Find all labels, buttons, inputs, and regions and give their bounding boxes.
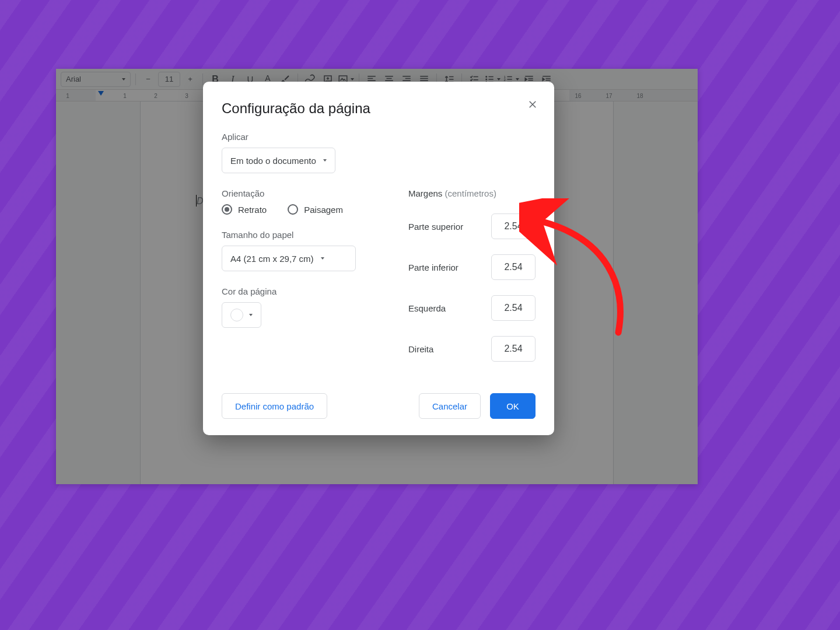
paper-size-value: A4 (21 cm x 29,7 cm) [230, 254, 314, 264]
margin-right-input[interactable] [491, 336, 536, 362]
paper-size-label: Tamanho do papel [222, 230, 385, 240]
apply-to-label: Aplicar [222, 132, 536, 142]
margin-top-label: Parte superior [408, 222, 463, 232]
orientation-label: Orientação [222, 188, 385, 198]
margins-label: Margens [408, 188, 442, 198]
page-color-picker[interactable] [222, 302, 261, 328]
margin-right-label: Direita [408, 344, 433, 354]
cancel-button[interactable]: Cancelar [419, 393, 481, 419]
chevron-down-icon [323, 159, 327, 162]
ok-button[interactable]: OK [490, 393, 536, 419]
close-icon [527, 99, 538, 110]
orientation-landscape-radio[interactable]: Paisagem [288, 204, 343, 215]
apply-to-value: Em todo o documento [230, 156, 316, 166]
orientation-portrait-label: Retrato [238, 205, 267, 215]
color-swatch-icon [230, 309, 243, 321]
paper-size-select[interactable]: A4 (21 cm x 29,7 cm) [222, 246, 356, 271]
radio-icon [288, 204, 298, 215]
close-button[interactable] [527, 99, 538, 112]
margin-left-label: Esquerda [408, 303, 446, 313]
orientation-portrait-radio[interactable]: Retrato [222, 204, 267, 215]
margins-heading: Margens (centímetros) [408, 188, 536, 198]
chevron-down-icon [249, 314, 253, 316]
margins-unit: (centímetros) [445, 188, 496, 198]
radio-icon [222, 204, 232, 215]
dialog-title: Configuração da página [222, 100, 536, 117]
set-as-default-button[interactable]: Definir como padrão [222, 393, 327, 419]
margin-bottom-input[interactable] [491, 254, 536, 280]
margin-top-input[interactable] [491, 214, 536, 239]
margin-left-input[interactable] [491, 295, 536, 321]
chevron-down-icon [321, 257, 324, 260]
apply-to-select[interactable]: Em todo o documento [222, 148, 335, 173]
orientation-landscape-label: Paisagem [304, 205, 343, 215]
margin-bottom-label: Parte inferior [408, 262, 459, 272]
page-color-label: Cor da página [222, 286, 385, 296]
page-setup-dialog: Configuração da página Aplicar Em todo o… [203, 82, 554, 435]
